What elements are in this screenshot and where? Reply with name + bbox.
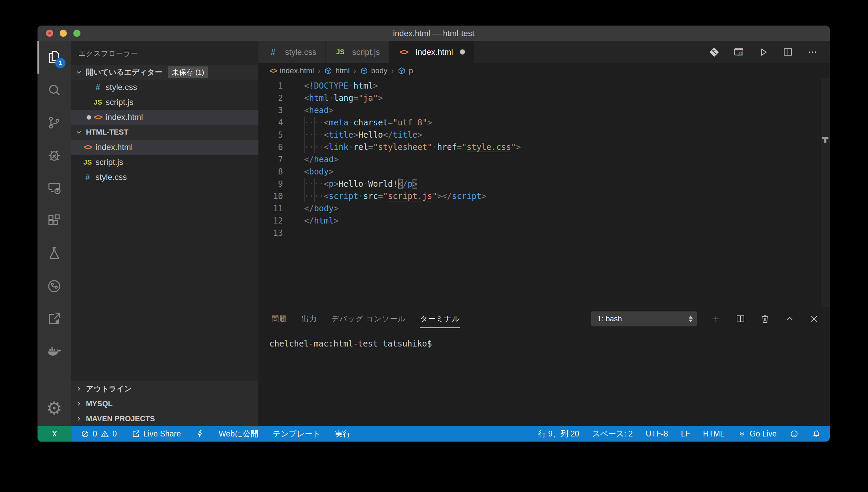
modified-dot-icon [87,115,91,120]
tab-index-html[interactable]: <> index.html [389,41,474,63]
run-icon[interactable] [758,46,769,58]
breadcrumb-body[interactable]: body [371,66,388,75]
html-file-icon: <> [398,47,409,57]
open-editor-style-css[interactable]: # style.css [71,80,258,95]
share-export-icon [131,429,140,439]
activity-test[interactable] [38,237,71,270]
run-button[interactable]: 実行 [335,429,351,439]
mysql-section-header[interactable]: MYSQL [71,396,258,411]
split-terminal-icon[interactable] [735,313,746,324]
editor-actions [708,41,830,63]
shell-select-value: 1: bash [597,314,622,323]
cube-icon [324,67,332,75]
section-label: MAVEN PROJECTS [86,414,155,423]
tab-style-css[interactable]: # style.css [258,41,326,63]
code-line[interactable]: 7</head> [258,153,830,166]
editor-scrollbar[interactable] [821,78,830,307]
chevron-right-icon [75,384,83,393]
activity-publish[interactable] [38,303,71,335]
close-window-button[interactable] [46,30,53,37]
maven-section-header[interactable]: MAVEN PROJECTS [71,411,258,426]
error-icon [80,429,90,439]
bug-icon [46,148,62,163]
code-line[interactable]: 13 [258,227,830,239]
open-editor-index-html[interactable]: <> index.html [71,110,258,125]
activity-source-control[interactable] [38,106,71,139]
activity-docker[interactable] [38,335,71,368]
line-number: 11 [258,202,283,215]
template-button[interactable]: テンプレート [273,429,321,439]
chevron-separator: › [390,66,394,76]
code-line[interactable]: 2<html·lang="ja"> [258,92,830,104]
overview-ruler-marker [822,137,828,139]
terminal-output[interactable]: chelchel-mac:html-test tatsuhiko$ [258,331,830,426]
activity-debug[interactable] [38,139,71,172]
go-live-button[interactable]: Go Live [737,429,777,439]
code-line[interactable]: 12</html> [258,215,830,227]
line-number: 3 [258,104,283,117]
code-line[interactable]: 3<head> [258,104,830,117]
code-editor[interactable]: 1<!DOCTYPE·html>2<html·lang="ja">3<head>… [258,78,830,307]
cursor-position-status[interactable]: 行 9、列 20 [538,429,579,439]
tree-item-index-html[interactable]: <> index.html [71,140,258,155]
code-line[interactable]: 10····<script·src="script.js"></script> [258,190,830,202]
breadcrumb-html[interactable]: html [335,66,350,75]
activity-explorer[interactable]: 1 [38,41,71,74]
breadcrumb-p[interactable]: p [409,66,413,75]
more-actions-icon[interactable] [807,46,818,58]
remote-indicator[interactable] [38,426,72,442]
split-editor-icon[interactable] [782,46,794,58]
outline-section-header[interactable]: アウトライン [71,381,258,396]
code-line[interactable]: 6····<link·rel="stylesheet"·href="style.… [258,141,830,153]
publish-web-button[interactable]: Webに公開 [219,429,258,439]
folder-header[interactable]: HTML-TEST [71,125,258,140]
activity-search[interactable] [38,74,71,106]
encoding-status[interactable]: UTF-8 [646,429,668,439]
open-editors-header[interactable]: 開いているエディター 未保存 (1) [71,65,258,80]
code-line[interactable]: 9····<p>Hello·World!</p> [258,178,830,190]
problems-status[interactable]: 0 0 [80,429,117,439]
notifications-bell-button[interactable] [812,429,821,439]
open-preview-icon[interactable] [733,46,745,58]
eol-status[interactable]: LF [681,429,690,439]
code-line[interactable]: 5····<title>Hello</title> [258,129,830,141]
indentation-status[interactable]: スペース: 2 [592,429,633,439]
code-line[interactable]: 8<body> [258,166,830,178]
new-terminal-icon[interactable] [710,313,721,324]
git-compare-icon[interactable] [708,46,720,58]
language-mode-status[interactable]: HTML [703,429,724,439]
open-editor-script-js[interactable]: JS script.js [71,95,258,110]
tree-item-script-js[interactable]: JS script.js [71,155,258,170]
zoom-window-button[interactable] [73,30,80,37]
lightning-status[interactable] [195,429,205,439]
panel-tab-output[interactable]: 出力 [301,314,317,324]
tree-item-style-css[interactable]: # style.css [71,170,258,185]
minimize-window-button[interactable] [60,30,67,37]
activity-remote-explorer[interactable] [38,172,71,204]
live-share-status[interactable]: Live Share [131,429,181,439]
unsaved-badge: 未保存 (1) [168,66,208,78]
warning-icon [100,429,109,439]
sidebar-empty-space [71,185,258,381]
activity-live-share[interactable] [38,270,71,303]
code-line[interactable]: 1<!DOCTYPE·html> [258,80,830,92]
code-line[interactable]: 4····<meta·charset="utf-8"> [258,117,830,129]
line-number: 2 [258,92,283,104]
feedback-smiley-button[interactable] [790,429,799,439]
maximize-panel-icon[interactable] [784,313,795,324]
code-line[interactable]: 11</body> [258,202,830,215]
panel-tab-debug-console[interactable]: デバッグ コンソール [331,314,406,324]
kill-terminal-icon[interactable] [760,313,770,324]
terminal-shell-select[interactable]: 1: bash [591,311,697,326]
tab-script-js[interactable]: JS script.js [326,41,389,63]
activity-extensions[interactable] [38,204,71,237]
panel-tab-terminal[interactable]: ターミナル [420,314,460,324]
select-stepper-icon [689,316,693,322]
activity-settings[interactable]: ⚙ [38,390,71,426]
window-title: index.html — html-test [393,29,475,38]
panel-tab-problems[interactable]: 問題 [271,314,287,324]
breadcrumb-file[interactable]: index.html [280,66,314,75]
share-arrow-icon [46,311,62,327]
close-panel-icon[interactable] [809,313,820,324]
css-file-icon: # [82,172,93,182]
